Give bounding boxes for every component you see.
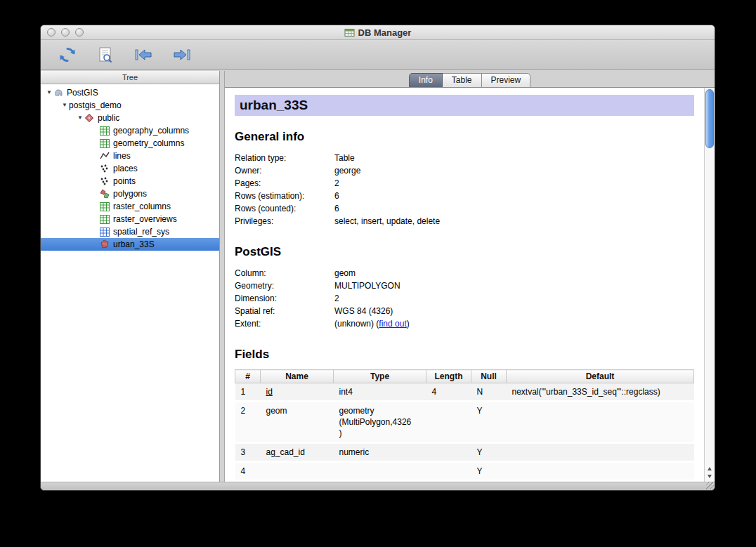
info-pane: urban_33S General info Relation type:Tab… [225, 87, 715, 482]
scroll-up-arrow-icon[interactable] [705, 465, 715, 473]
tree-item-label: spatial_ref_sys [113, 227, 172, 237]
tree-item-raster_overviews[interactable]: raster_overviews [41, 213, 219, 225]
scrollbar-thumb[interactable] [705, 89, 714, 148]
db-tree: ▼PostGIS▼postgis_demo▼publicgeography_co… [41, 84, 219, 482]
toolbar [41, 40, 715, 70]
general-info-table: Relation type:TableOwner:georgePages:2Ro… [235, 152, 440, 228]
info-value-text: WGS 84 (4326) [334, 306, 393, 316]
info-label: Owner: [235, 164, 334, 177]
table-blue-icon [100, 227, 110, 237]
tree-item-urban_33S[interactable]: urban_33S [41, 238, 219, 251]
field-type-cell: numeric [334, 443, 426, 462]
info-row: Geometry:MULTIPOLYGON [235, 279, 410, 292]
fields-heading: Fields [235, 348, 694, 362]
tab-table[interactable]: Table [443, 73, 482, 87]
fields-table: #NameTypeLengthNullDefault1idint44Nnextv… [235, 369, 694, 482]
field-type-cell [334, 462, 426, 481]
info-label: Dimension: [235, 292, 334, 305]
fields-row-2: 2geomgeometry (MultiPolygon,4326)Y [235, 402, 694, 443]
tree-item-spatial_ref_sys[interactable]: spatial_ref_sys [41, 225, 219, 238]
panel-splitter[interactable] [220, 71, 225, 482]
info-value-text: 6 [334, 191, 339, 201]
field-default-cell [507, 462, 694, 481]
sql-window-button[interactable] [94, 44, 117, 66]
tree-item-label: raster_overviews [113, 214, 180, 224]
close-button[interactable] [47, 28, 56, 37]
tree-item-label: urban_33S [113, 239, 157, 249]
tree-item-label: polygons [113, 189, 150, 199]
fields-header-null: Null [471, 370, 507, 383]
table-title: urban_33S [240, 98, 308, 112]
info-value-text: 2 [334, 178, 339, 188]
field-type-text: geometry (MultiPolygon,4326) [339, 405, 412, 439]
tab-bar: InfoTablePreview [225, 71, 715, 87]
info-content: urban_33S General info Relation type:Tab… [225, 88, 704, 482]
postgis-icon [53, 88, 64, 98]
info-value: MULTIPOLYGON [334, 279, 410, 292]
info-row: Rows (counted):6 [235, 202, 440, 215]
postgis-info-table: Column:geomGeometry:MULTIPOLYGONDimensio… [235, 267, 410, 330]
tree-item-lines[interactable]: lines [41, 150, 219, 162]
tree-item-points[interactable]: points [41, 175, 219, 187]
tree-item-raster_columns[interactable]: raster_columns [41, 200, 219, 213]
field-num-cell: 3 [235, 443, 261, 462]
tree-item-label: PostGIS [67, 88, 101, 98]
tab-info[interactable]: Info [409, 73, 443, 87]
tree-item-public[interactable]: ▼public [41, 112, 219, 124]
table-green-icon [100, 138, 110, 148]
minimize-button[interactable] [61, 28, 70, 37]
window-bottom-bar [41, 482, 715, 490]
find-out-link[interactable]: find out [379, 319, 406, 329]
tree-item-places[interactable]: places [41, 162, 219, 175]
info-value-text: 2 [334, 294, 339, 303]
info-value-suffix: ) [407, 319, 410, 329]
disclosure-triangle-icon[interactable]: ▼ [76, 112, 84, 124]
tree-item-polygons[interactable]: polygons [41, 187, 219, 200]
field-null-text: Y [477, 406, 483, 416]
scroll-down-arrow-icon[interactable] [705, 473, 715, 480]
refresh-button[interactable] [56, 44, 79, 66]
disclosure-triangle-icon[interactable]: ▼ [60, 99, 69, 112]
fields-header-name: Name [261, 370, 334, 383]
disclosure-triangle-icon[interactable]: ▼ [45, 86, 53, 99]
info-row: Rows (estimation):6 [235, 190, 440, 202]
field-length-cell [426, 443, 471, 462]
field-type-cell: geometry (MultiPolygon,4326) [334, 402, 426, 443]
tree-item-postgis_demo[interactable]: ▼postgis_demo [41, 99, 219, 112]
import-icon [134, 47, 153, 62]
tree-item-geometry_columns[interactable]: geometry_columns [41, 137, 219, 150]
field-null-text: Y [477, 447, 483, 457]
import-button[interactable] [132, 44, 155, 66]
info-label: Spatial ref: [235, 305, 334, 317]
info-value: WGS 84 (4326) [334, 305, 410, 317]
info-label: Rows (counted): [235, 202, 334, 215]
info-value-text: Table [334, 153, 355, 163]
table-green-icon [100, 214, 110, 224]
field-null-text: Y [477, 466, 483, 476]
sql-window-icon [98, 46, 113, 63]
export-button[interactable] [170, 44, 193, 66]
fields-row-3: 3ag_cad_idnumericY [235, 443, 694, 462]
info-row: Dimension:2 [235, 292, 410, 305]
info-value-text: (unknown) ( [334, 319, 379, 329]
field-num-cell: 2 [235, 402, 261, 443]
tree-item-label: places [113, 164, 141, 173]
fields-header-row: #NameTypeLengthNullDefault [235, 370, 694, 383]
zoom-button[interactable] [75, 28, 84, 37]
tree-item-geography_columns[interactable]: geography_columns [41, 124, 219, 137]
tree-item-PostGIS[interactable]: ▼PostGIS [41, 86, 219, 99]
field-default-text: nextval('"urban_33S_id_seq"'::regclass) [512, 386, 660, 397]
info-value-text: george [334, 166, 360, 176]
info-value: 2 [334, 177, 440, 190]
resize-grip[interactable] [706, 482, 714, 489]
field-null-cell: Y [471, 402, 507, 443]
tab-preview[interactable]: Preview [482, 73, 531, 87]
field-num-text: 2 [241, 406, 246, 416]
tree-item-label: postgis_demo [69, 100, 124, 110]
titlebar[interactable]: DB Manager [41, 25, 715, 40]
info-row: Owner:george [235, 164, 440, 177]
field-num-cell: 1 [235, 383, 261, 402]
field-null-cell: Y [471, 443, 507, 462]
info-value: george [334, 164, 440, 177]
vertical-scrollbar[interactable] [704, 88, 715, 482]
